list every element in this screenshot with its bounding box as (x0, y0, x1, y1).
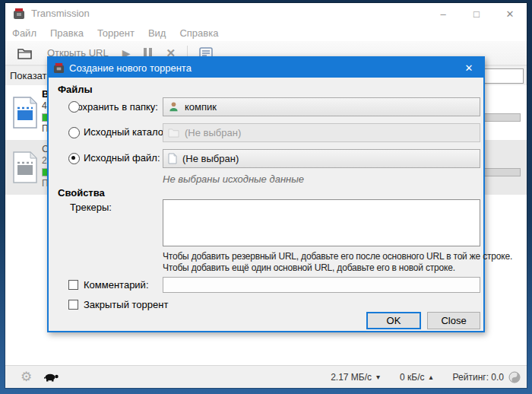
source-file-button[interactable]: (Не выбран) (163, 149, 480, 168)
source-folder-label[interactable]: Исходный каталог: (84, 126, 169, 138)
save-to-folder-label: Сохранить в папку: (70, 101, 158, 113)
status-bar: ⚙ 2.17 МБ/с ▾ 0 кБ/с ▴ Рейтинг: 0.0 (5, 365, 527, 388)
no-source-note: Не выбраны исходные данные (163, 173, 304, 185)
gear-icon[interactable]: ⚙ (21, 369, 32, 385)
menu-bar: Файл Правка Торрент Вид Справка (5, 24, 527, 41)
video-file-icon (12, 97, 38, 129)
private-torrent-label[interactable]: Закрытый торрент (84, 299, 168, 310)
save-to-folder-button[interactable]: компик (163, 97, 480, 116)
source-file-radio[interactable] (68, 153, 80, 164)
dialog-title-bar: Создание нового торрента ✕ (49, 58, 483, 78)
private-torrent-checkbox[interactable] (68, 300, 78, 310)
dialog-close-icon[interactable]: ✕ (454, 58, 483, 78)
trackers-textarea[interactable] (163, 199, 480, 246)
statusbar-stats: 2.17 МБ/с ▾ 0 кБ/с ▴ Рейтинг: 0.0 (331, 371, 521, 383)
menu-file[interactable]: Файл (5, 27, 43, 39)
pale-folder-icon (168, 128, 179, 138)
minimize-icon[interactable]: – (426, 3, 460, 24)
download-arrow-icon: ▾ (376, 373, 380, 381)
upload-speed: 0 кБ/с (400, 372, 424, 383)
comment-label[interactable]: Комментарий: (84, 279, 149, 291)
file-page-icon (168, 153, 177, 164)
maximize-icon[interactable]: □ (460, 3, 493, 24)
transmission-logo-icon (13, 8, 25, 20)
open-torrent-button[interactable] (11, 43, 39, 63)
close-button[interactable]: Close (427, 312, 480, 329)
ratio-label: Рейтинг: 0.0 (453, 372, 504, 383)
window-controls: – □ ✕ (426, 3, 527, 24)
source-folder-radio-btn[interactable] (68, 127, 80, 138)
trackers-label: Трекеры: (70, 202, 112, 213)
user-avatar-icon (168, 101, 179, 113)
source-folder-button: (Не выбран) (163, 123, 480, 142)
ok-button[interactable]: OK (366, 312, 421, 329)
menu-view[interactable]: Вид (141, 27, 173, 39)
files-section-heading: Файлы (58, 84, 93, 95)
new-torrent-dialog: Создание нового торрента ✕ Файлы Сохрани… (47, 56, 485, 332)
source-folder-radio[interactable] (68, 101, 80, 113)
open-folder-icon (17, 46, 33, 60)
download-speed: 2.17 МБ/с (331, 372, 372, 383)
save-to-folder-value: компик (185, 101, 217, 113)
title-bar: Transmission – □ ✕ (5, 3, 527, 24)
comment-input[interactable] (163, 277, 480, 293)
tracker-hint-line1: Чтобы добавить резервный URL, добавьте е… (163, 251, 512, 262)
properties-section-heading: Свойства (58, 187, 105, 199)
generic-file-icon (12, 151, 38, 183)
turtle-speed-limit-icon[interactable] (44, 373, 59, 382)
menu-torrent[interactable]: Торрент (90, 27, 141, 39)
upload-arrow-icon: ▴ (429, 373, 433, 381)
menu-edit[interactable]: Правка (43, 27, 90, 39)
menu-help[interactable]: Справка (173, 27, 225, 39)
window-title: Transmission (31, 8, 90, 19)
source-file-value: (Не выбран) (182, 153, 239, 164)
source-file-label[interactable]: Исходный файл: (84, 152, 160, 164)
close-icon[interactable]: ✕ (493, 3, 527, 24)
search-input[interactable] (480, 68, 524, 84)
comment-checkbox[interactable] (68, 280, 78, 290)
tracker-hint-line2: Чтобы добавить ещё один основной URL, до… (163, 262, 455, 273)
ratio-icon[interactable] (508, 371, 521, 383)
dialog-title: Создание нового торрента (69, 62, 192, 74)
source-folder-value: (Не выбран) (185, 127, 241, 138)
dialog-transmission-icon (53, 62, 65, 74)
